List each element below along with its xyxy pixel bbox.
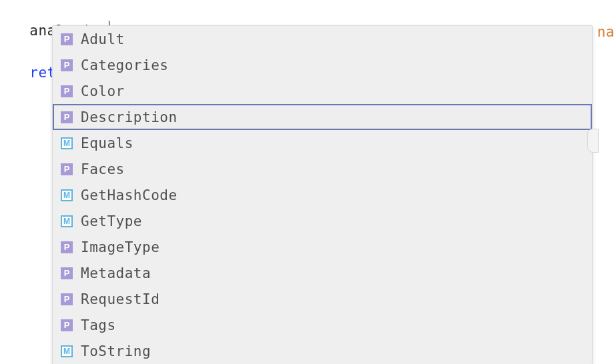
autocomplete-item-label: ToString [81, 343, 584, 359]
method-icon: M [61, 215, 73, 227]
autocomplete-item-label: GetType [81, 213, 584, 229]
property-icon: P [61, 319, 73, 331]
method-icon: M [61, 137, 73, 149]
autocomplete-item-metadata[interactable]: PMetadata [53, 260, 592, 286]
truncated-code-right: na [597, 24, 614, 40]
autocomplete-item-gettype[interactable]: MGetType [53, 208, 592, 234]
autocomplete-item-label: Color [81, 83, 584, 99]
autocomplete-item-description[interactable]: PDescription [53, 104, 592, 130]
autocomplete-item-label: Faces [81, 161, 584, 177]
method-icon: M [61, 345, 73, 357]
property-icon: P [61, 59, 73, 71]
autocomplete-popup[interactable]: PAdultPCategoriesPColorPDescriptionMEqua… [52, 25, 593, 364]
autocomplete-item-faces[interactable]: PFaces [53, 156, 592, 182]
autocomplete-item-tags[interactable]: PTags [53, 312, 592, 338]
autocomplete-item-label: Adult [81, 31, 584, 47]
property-icon: P [61, 267, 73, 279]
autocomplete-item-categories[interactable]: PCategories [53, 52, 592, 78]
autocomplete-item-label: RequestId [81, 291, 584, 307]
scrollbar-handle[interactable] [587, 129, 599, 153]
autocomplete-item-label: Equals [81, 135, 584, 151]
autocomplete-item-equals[interactable]: MEquals [53, 130, 592, 156]
method-icon: M [61, 189, 73, 201]
autocomplete-item-label: Categories [81, 57, 584, 73]
property-icon: P [61, 241, 73, 253]
autocomplete-item-label: Description [81, 109, 584, 125]
property-icon: P [61, 33, 73, 45]
autocomplete-item-adult[interactable]: PAdult [53, 26, 592, 52]
autocomplete-item-label: Metadata [81, 265, 584, 281]
property-icon: P [61, 293, 73, 305]
autocomplete-item-label: ImageType [81, 239, 584, 255]
autocomplete-list: PAdultPCategoriesPColorPDescriptionMEqua… [53, 26, 592, 364]
autocomplete-item-gethashcode[interactable]: MGetHashCode [53, 182, 592, 208]
autocomplete-item-tostring[interactable]: MToString [53, 338, 592, 364]
autocomplete-item-label: Tags [81, 317, 584, 333]
autocomplete-item-color[interactable]: PColor [53, 78, 592, 104]
autocomplete-item-label: GetHashCode [81, 187, 584, 203]
autocomplete-item-imagetype[interactable]: PImageType [53, 234, 592, 260]
property-icon: P [61, 163, 73, 175]
autocomplete-item-requestid[interactable]: PRequestId [53, 286, 592, 312]
property-icon: P [61, 85, 73, 97]
property-icon: P [61, 111, 73, 123]
